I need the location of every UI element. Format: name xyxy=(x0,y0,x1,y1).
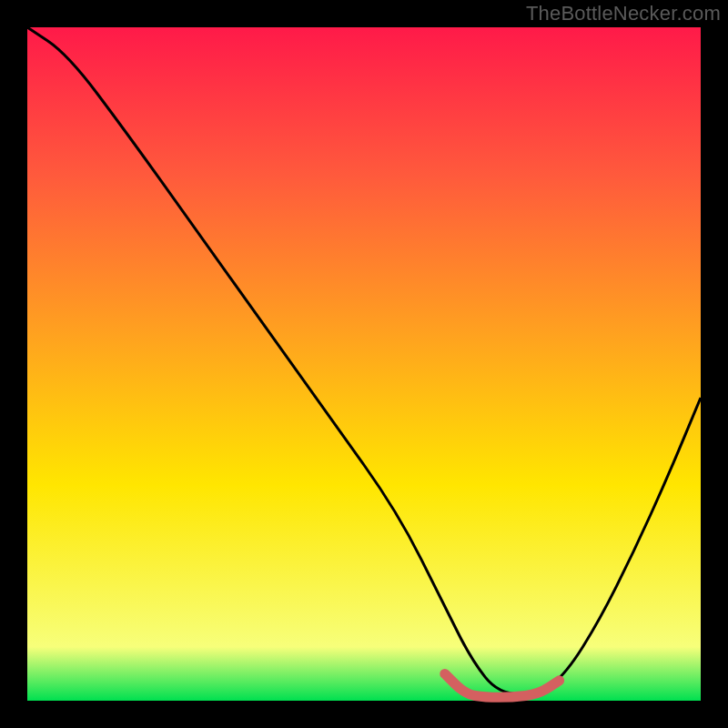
plot-area-gradient xyxy=(27,27,701,701)
watermark-text: TheBottleNecker.com xyxy=(526,2,721,25)
bottleneck-chart xyxy=(0,0,728,728)
chart-container: TheBottleNecker.com xyxy=(0,0,728,728)
